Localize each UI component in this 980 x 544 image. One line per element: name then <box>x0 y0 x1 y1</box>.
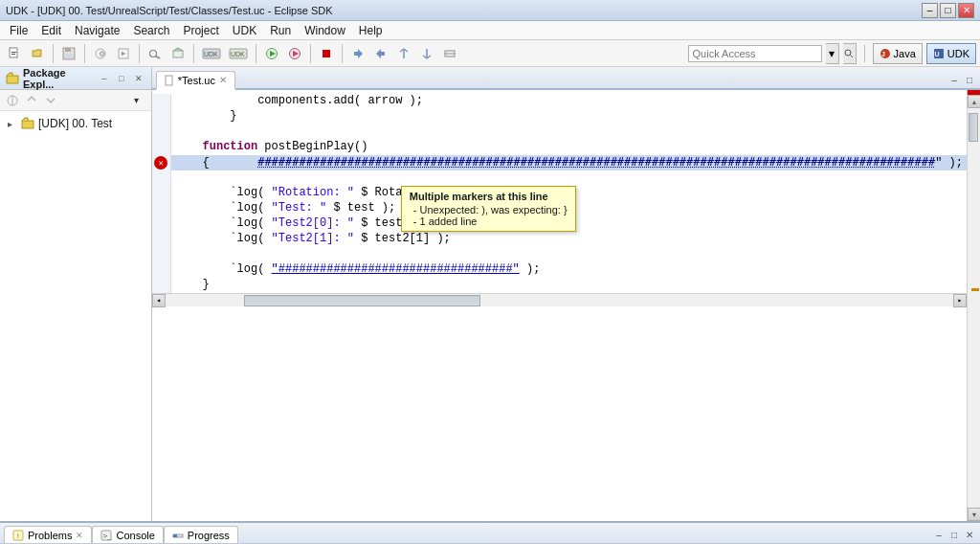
toolbar-btn-4[interactable] <box>113 43 134 64</box>
toolbar-stop-btn[interactable] <box>316 43 337 64</box>
panel-content: ▸ [UDK] 00. Test <box>0 111 151 521</box>
horizontal-scrollbar[interactable]: ◂ ▸ <box>152 293 967 306</box>
scroll-up-btn[interactable]: ▴ <box>968 95 980 108</box>
bottom-panel-close-btn[interactable]: ✕ <box>963 528 976 541</box>
line-gutter <box>152 125 171 140</box>
svg-text:!: ! <box>17 532 20 540</box>
menu-file[interactable]: File <box>4 23 33 38</box>
toolbar-btn-6[interactable] <box>167 43 189 64</box>
scroll-down-btn[interactable]: ▾ <box>968 508 980 521</box>
toolbar-btn-11[interactable] <box>439 43 460 64</box>
panel-view-menu-btn[interactable]: ▾ <box>126 90 147 111</box>
quick-access-input[interactable] <box>688 45 822 62</box>
line-text <box>171 125 186 140</box>
bottom-panel-minimize-btn[interactable]: – <box>932 528 946 541</box>
quick-access-search[interactable] <box>843 43 857 64</box>
title-bar-controls: – □ ✕ <box>922 3 974 18</box>
toolbar-sep-1 <box>53 44 54 63</box>
horizontal-scroll-track <box>166 294 953 306</box>
tab-controls: – □ <box>947 73 976 88</box>
menu-project[interactable]: Project <box>177 23 224 38</box>
maximize-button[interactable]: □ <box>940 3 956 18</box>
main-layout: Package Expl... – □ ✕ ▾ ▸ [UDK] 00. Test <box>0 67 980 521</box>
menu-navigate[interactable]: Navigate <box>69 23 125 38</box>
editor-maximize-btn[interactable]: □ <box>963 73 976 86</box>
panel-toolbar-btn2[interactable] <box>23 92 40 109</box>
scroll-thumb[interactable] <box>969 113 978 142</box>
scroll-left-btn[interactable]: ◂ <box>152 294 166 307</box>
toolbar-btn-10[interactable] <box>416 43 437 64</box>
line-text <box>171 170 186 186</box>
tree-expand-arrow: ▸ <box>8 119 17 129</box>
editor-tab-close[interactable]: ✕ <box>219 75 227 85</box>
close-button[interactable]: ✕ <box>958 3 974 18</box>
toolbar-btn-5[interactable] <box>145 43 166 64</box>
code-line: components.add( arrow ); <box>152 94 967 109</box>
editor-area: *Test.uc ✕ – □ components.add( arrow ); <box>152 67 980 521</box>
panel-close-btn[interactable]: ✕ <box>132 72 145 85</box>
svg-rect-2 <box>11 52 16 53</box>
editor-tab-test-uc[interactable]: *Test.uc ✕ <box>156 71 235 90</box>
bottom-panel: ! Problems ✕ >_ Console Progress – □ ✕ 1… <box>0 521 980 544</box>
code-line: `log( "#################################… <box>152 262 967 278</box>
svg-line-12 <box>156 56 161 58</box>
panel-toolbar-btn1[interactable] <box>4 92 21 109</box>
code-line <box>152 125 967 140</box>
line-gutter <box>152 262 171 278</box>
tab-problems-close[interactable]: ✕ <box>76 531 83 540</box>
svg-rect-44 <box>173 534 177 537</box>
toolbar-btn-7[interactable] <box>347 43 368 64</box>
menu-edit[interactable]: Edit <box>35 23 67 38</box>
svg-text:>_: >_ <box>103 532 113 540</box>
toolbar-udk-btn1[interactable]: UDK <box>199 43 224 64</box>
java-perspective-btn[interactable]: J Java <box>873 43 923 64</box>
quick-access-container: ▾ J Java U UDK <box>688 43 976 64</box>
tab-progress[interactable]: Progress <box>164 526 238 543</box>
panel-toolbar-btn3[interactable] <box>42 92 59 109</box>
tab-problems[interactable]: ! Problems ✕ <box>4 526 92 543</box>
package-explorer-header: Package Expl... – □ ✕ <box>0 67 151 90</box>
line-gutter-error: ✕ <box>152 155 171 170</box>
line-gutter <box>152 201 171 216</box>
progress-icon <box>172 530 184 541</box>
scroll-track[interactable] <box>968 108 980 508</box>
code-line <box>152 170 967 186</box>
toolbar-run-btn[interactable] <box>261 43 282 64</box>
tab-console[interactable]: >_ Console <box>92 526 163 543</box>
bottom-tabs: ! Problems ✕ >_ Console Progress – □ ✕ <box>0 523 980 544</box>
toolbar-new-btn[interactable] <box>4 43 25 64</box>
menu-search[interactable]: Search <box>127 23 175 38</box>
toolbar-debug-btn[interactable] <box>284 43 305 64</box>
svg-rect-3 <box>11 54 15 55</box>
toolbar-btn-3[interactable]: ⚙ <box>90 43 111 64</box>
udk-perspective-btn[interactable]: U UDK <box>926 43 976 64</box>
code-content[interactable]: components.add( arrow ); } function post… <box>152 90 967 521</box>
panel-minimize-btn[interactable]: – <box>98 72 111 85</box>
toolbar-open-btn[interactable] <box>27 43 48 64</box>
tree-item-label: [UDK] 00. Test <box>38 117 112 130</box>
toolbar-sep-4 <box>193 44 194 63</box>
menu-run[interactable]: Run <box>264 23 297 38</box>
toolbar-save-btn[interactable] <box>58 43 79 64</box>
bottom-panel-maximize-btn[interactable]: □ <box>947 528 961 541</box>
tree-item-udk[interactable]: ▸ [UDK] 00. Test <box>4 115 147 132</box>
svg-point-11 <box>150 50 157 57</box>
menu-help[interactable]: Help <box>353 23 389 38</box>
toolbar-sep-7 <box>342 44 343 63</box>
title-bar: UDK - [UDK] 00. Test/UnrealScript/Test/C… <box>0 0 980 21</box>
toolbar-btn-9[interactable] <box>393 43 414 64</box>
menu-window[interactable]: Window <box>299 23 351 38</box>
editor-minimize-btn[interactable]: – <box>947 73 961 86</box>
tab-console-label: Console <box>116 530 154 541</box>
tab-problems-label: Problems <box>28 530 72 541</box>
quick-access-dropdown[interactable]: ▾ <box>826 43 839 64</box>
toolbar-btn-8[interactable] <box>370 43 391 64</box>
toolbar-udk-btn2[interactable]: UDK <box>226 43 251 64</box>
scroll-right-btn[interactable]: ▸ <box>953 294 967 307</box>
tree-folder-icon <box>21 117 34 130</box>
minimize-button[interactable]: – <box>922 3 938 18</box>
horizontal-scroll-thumb[interactable] <box>244 295 480 306</box>
panel-maximize-btn[interactable]: □ <box>115 72 128 85</box>
toolbar-sep-5 <box>256 44 256 63</box>
menu-udk[interactable]: UDK <box>227 23 262 38</box>
